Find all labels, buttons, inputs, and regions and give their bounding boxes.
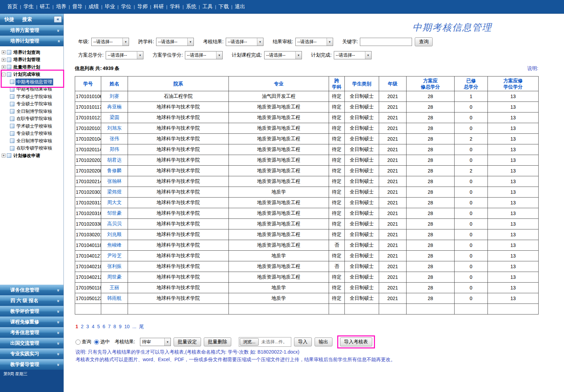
cell-name[interactable]: 周世豪 [101, 272, 128, 283]
tree-item[interactable]: +培养计划管理 [0, 56, 63, 64]
nav-item-6[interactable]: 成绩 [86, 3, 101, 10]
batch-set-button[interactable]: 批量设定 [174, 337, 201, 346]
cell-name[interactable]: 刘赛 [101, 91, 128, 102]
tree-item[interactable]: 在职专硕学院审核 [0, 115, 63, 123]
search-tab[interactable]: 搜索 [22, 16, 32, 23]
page-link-6[interactable]: 6 [103, 324, 105, 329]
cell-name[interactable]: 鲁修麟 [101, 166, 128, 176]
cell-name[interactable]: 周大文 [101, 198, 128, 208]
query-radio[interactable] [75, 340, 81, 345]
cell-name[interactable]: 尹玲芝 [101, 251, 128, 261]
tree-item[interactable]: +批量培养计划 [0, 63, 63, 71]
batch-delete-button[interactable]: 批量删除 [204, 337, 231, 346]
sidebar-section-7[interactable]: 专业实践实习» [0, 348, 63, 359]
cross-discipline-select[interactable]: --请选择-- ▼ [156, 38, 194, 46]
browse-button[interactable]: 浏览... [240, 338, 259, 346]
plan-course-completion-select[interactable]: --请选择-- ▼ [264, 51, 302, 59]
plan-total-credits-select[interactable]: --请选择-- ▼ [106, 51, 143, 59]
nav-item-5[interactable]: 督导 [70, 3, 85, 10]
cell-name[interactable]: 梁炜煜 [101, 187, 128, 198]
cell-name[interactable]: 邹世豪 [101, 208, 128, 219]
cell-name[interactable]: 刘兆顺 [101, 229, 128, 240]
page-last[interactable]: 尾 [139, 324, 144, 329]
cell-name[interactable]: 韩雨航 [101, 293, 128, 304]
page-link-2[interactable]: 2 [81, 324, 84, 329]
sidebar-section-scheme-mgmt[interactable]: 培养方案管理 » [0, 25, 63, 36]
tree-item[interactable]: 专业硕士学院审核 [0, 100, 63, 108]
plan-completion-select[interactable]: --请选择-- ▼ [334, 51, 372, 59]
import-assessment-form-button[interactable]: 导入考核表 [340, 337, 372, 346]
nav-item-2[interactable]: 学生 [21, 3, 36, 10]
plan-degree-credits-select[interactable]: --请选择-- ▼ [185, 51, 223, 59]
sidebar-section-plan-mgmt[interactable]: 培养计划管理 » [0, 36, 63, 46]
sidebar-section-6[interactable]: 出国交流管理» [0, 338, 63, 348]
cell-name[interactable]: 张利振 [101, 261, 128, 272]
expand-icon[interactable]: + [2, 50, 5, 54]
quick-tab[interactable]: 快捷 [4, 16, 14, 23]
nav-item-15[interactable]: 退出 [232, 3, 247, 10]
sidebar-section-4[interactable]: 课程免修重修» [0, 317, 63, 327]
expand-icon[interactable]: + [2, 58, 5, 62]
tree-item[interactable]: +培养计划查询 [0, 49, 63, 56]
cell-name[interactable]: 刘旭东 [101, 123, 128, 134]
nav-item-9[interactable]: 导师 [135, 3, 150, 10]
review-status-select[interactable]: 待审 ▼ [140, 338, 171, 346]
tree-item[interactable]: +计划修改申请 [0, 152, 63, 159]
sidebar-section-5[interactable]: 考务信息管理» [0, 327, 63, 338]
tree-item[interactable]: 全日制博学校审核 [0, 137, 63, 145]
nav-item-8[interactable]: 学位 [119, 3, 134, 10]
cell-name[interactable]: 张伟 [101, 134, 128, 144]
tree-item[interactable]: 中期考核信息管理 [0, 78, 63, 86]
sidebar-collapse-button[interactable]: « [54, 16, 62, 23]
sidebar-section-3[interactable]: 教学评价管理» [0, 306, 63, 317]
cell-name[interactable]: 王丽 [101, 283, 128, 293]
import-button[interactable]: 导入 [294, 337, 312, 346]
sidebar-section-2[interactable]: 四 六 级 报名» [0, 295, 63, 306]
export-button[interactable]: 输出 [315, 337, 332, 346]
expand-icon[interactable]: + [2, 154, 5, 157]
page-link-4[interactable]: 4 [92, 324, 94, 329]
file-input[interactable]: 浏览... 未选择...件。 [239, 337, 291, 347]
cell-name[interactable]: 梁圆 [101, 112, 128, 123]
cell-name[interactable]: 焦峻峰 [101, 240, 128, 251]
cell-name[interactable]: 胡君达 [101, 155, 128, 166]
cell-name[interactable]: 张翰林 [101, 176, 128, 187]
nav-item-3[interactable]: 研工 [37, 3, 52, 10]
result-review-select[interactable]: --请选择-- ▼ [295, 38, 333, 46]
collapse-icon[interactable]: - [2, 73, 5, 76]
page-current[interactable]: 1 [75, 324, 78, 329]
tree-item[interactable]: 专业硕士学校审核 [0, 130, 63, 138]
cell-name[interactable]: 冉亚楠 [101, 102, 128, 112]
tree-item[interactable]: 全日制博学院审核 [0, 108, 63, 115]
tree-item[interactable]: 在职专硕学校审核 [0, 145, 63, 152]
nav-item-14[interactable]: 下载 [216, 3, 231, 10]
keyword-input[interactable] [360, 38, 412, 46]
page-link-9[interactable]: 9 [119, 324, 121, 329]
selected-radio[interactable] [94, 340, 99, 345]
grade-select[interactable]: --请选择-- ▼ [91, 38, 129, 46]
nav-item-12[interactable]: 系统 [184, 3, 199, 10]
page-link-5[interactable]: 5 [97, 324, 100, 329]
cell-name[interactable]: 高贝贝 [101, 219, 128, 229]
page-link-8[interactable]: 8 [114, 324, 116, 329]
page-link-3[interactable]: 3 [86, 324, 89, 329]
tree-item[interactable]: -计划完成审核 [0, 71, 63, 79]
nav-item-11[interactable]: 学科 [167, 3, 183, 10]
nav-item-1[interactable]: 首页 [5, 3, 20, 10]
page-link-7[interactable]: 7 [108, 324, 111, 329]
selected-radio-group[interactable]: 选中 [94, 339, 110, 345]
sidebar-section-1[interactable]: 课务信息管理» [0, 285, 63, 295]
query-radio-group[interactable]: 查询 [75, 339, 91, 345]
tree-item[interactable]: 中期考核结果审核 [0, 86, 63, 93]
search-button[interactable]: 查询 [415, 37, 433, 46]
tree-item[interactable]: 学术硕士学院审核 [0, 93, 63, 100]
sidebar-section-8[interactable]: 教学督导管理» [0, 359, 63, 370]
nav-item-7[interactable]: 毕业 [102, 3, 117, 10]
page-link-10[interactable]: 10 [124, 324, 130, 329]
assessment-result-select[interactable]: --请选择-- ▼ [226, 38, 263, 46]
expand-icon[interactable]: + [2, 65, 5, 69]
tree-item[interactable]: 学术硕士学校审核 [0, 122, 63, 130]
nav-item-13[interactable]: 工具 [200, 3, 215, 10]
nav-item-10[interactable]: 科研 [151, 3, 166, 10]
nav-item-4[interactable]: 培养 [54, 3, 69, 10]
